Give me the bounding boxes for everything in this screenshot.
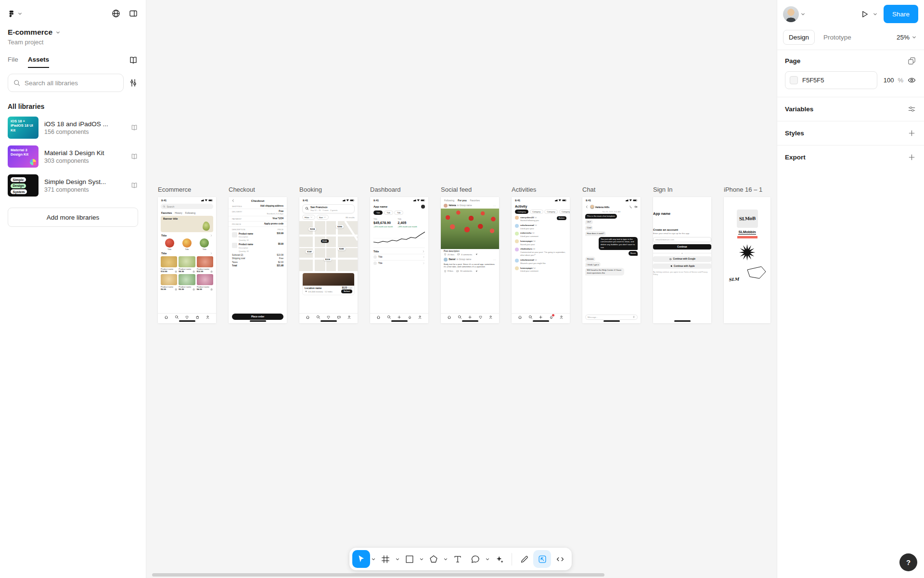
tab-file[interactable]: File <box>8 56 18 68</box>
frame-label[interactable]: Activities <box>512 186 536 193</box>
starburst-shape <box>739 244 756 261</box>
move-tool-menu[interactable] <box>370 550 376 568</box>
chevron-down-icon <box>801 12 805 16</box>
mini-status-bar: 9:41 <box>512 197 570 203</box>
horizontal-scrollbar[interactable] <box>152 573 604 577</box>
frame-label[interactable]: Sign In <box>653 186 672 193</box>
search-field[interactable] <box>8 74 124 92</box>
library-thumbnail: Material 3 Design Kit <box>8 145 38 168</box>
toggle-sidebar-button[interactable] <box>128 9 138 18</box>
right-sidebar: Share Design Prototype 25% Page F5F5F5 1… <box>777 0 924 578</box>
frame-tool-menu[interactable] <box>394 550 400 568</box>
canvas-frame-checkout[interactable]: CheckoutSHIPPINGAdd shipping addressDELI… <box>229 197 287 323</box>
chat-bubble: Cool <box>585 225 593 230</box>
mini-categories: TitleTitleTitle <box>158 238 216 251</box>
zoom-menu[interactable]: 25% <box>897 34 918 41</box>
account-menu[interactable] <box>783 6 805 22</box>
page-opacity-value[interactable]: 100 <box>881 77 894 84</box>
text-tool[interactable] <box>449 550 466 568</box>
present-options-chevron[interactable] <box>873 12 877 16</box>
frame-label[interactable]: iPhone 16 – 1 <box>724 186 762 193</box>
canvas-frame-chat[interactable]: 9:41Helena HillsNov 30, 2023, 9:41 AMThi… <box>582 197 641 323</box>
left-sidebar: E-commerce Team project File Assets All … <box>0 0 146 578</box>
page-color-hex[interactable]: F5F5F5 <box>802 77 824 84</box>
more-icon: ··· <box>493 258 497 261</box>
globe-icon <box>111 9 121 18</box>
shape-tool-menu[interactable] <box>442 550 449 568</box>
heart-icon <box>185 315 189 319</box>
library-item[interactable]: iOS 18 + iPadOS 18 UI Kit iOS 18 and iPa… <box>0 113 146 142</box>
move-tool[interactable] <box>352 550 370 568</box>
tab-design[interactable]: Design <box>783 30 815 45</box>
chev-icon <box>210 252 213 255</box>
library-item[interactable]: Material 3 Design Kit Material 3 Design … <box>0 142 146 171</box>
tab-assets[interactable]: Assets <box>28 56 49 68</box>
community-button[interactable] <box>111 9 121 18</box>
library-type-icon <box>130 124 138 131</box>
bag-icon <box>192 270 195 273</box>
help-button[interactable]: ? <box>899 553 917 571</box>
search-input[interactable] <box>25 79 118 87</box>
more-icon: ··· <box>493 204 497 207</box>
tulip-photo <box>441 209 499 249</box>
rectangle-tool-menu[interactable] <box>418 550 424 568</box>
variables-section[interactable]: Variables <box>785 97 916 121</box>
main-menu-button[interactable] <box>8 10 22 17</box>
canvas-frame-booking[interactable]: 9:41San FranciscoSep 12 – 15 · 1 room · … <box>299 197 358 323</box>
rectangle-tool[interactable] <box>400 550 418 568</box>
plus-icon <box>907 129 916 138</box>
frame-label[interactable]: Checkout <box>229 186 255 193</box>
frame-label[interactable]: Booking <box>299 186 322 193</box>
present-button[interactable] <box>860 9 870 19</box>
product-image <box>161 256 177 267</box>
frame-label[interactable]: Ecommerce <box>158 186 191 193</box>
frame-label[interactable]: Social feed <box>441 186 472 193</box>
cursor-icon <box>356 554 367 565</box>
frame-label[interactable]: Dashboard <box>370 186 401 193</box>
filter-button[interactable] <box>128 78 138 88</box>
canvas-frame-ecommerce[interactable]: 9:41SearchFavoritesHistoryFollowingBanne… <box>158 197 216 323</box>
page-color-field[interactable]: F5F5F5 <box>785 71 877 89</box>
search-icon <box>13 79 21 87</box>
mini-tabs: FavoritesHistoryFollowing <box>158 210 216 215</box>
filter-sliders-icon <box>128 78 138 88</box>
variables-button[interactable] <box>907 105 916 114</box>
draw-tool[interactable] <box>515 550 533 568</box>
page-options-button[interactable] <box>907 56 916 66</box>
play-icon <box>860 9 870 19</box>
canvas-frame-sketch[interactable]: SLMoBSLMobbinSLM <box>724 197 770 323</box>
canvas-frame-activities[interactable]: 9:41ActivityCategoryCategoryCategoryCate… <box>512 197 570 323</box>
comment-tool-menu[interactable] <box>484 550 490 568</box>
user-icon <box>418 315 422 319</box>
frame-tool[interactable] <box>376 550 394 568</box>
dev-mode-toggle[interactable] <box>551 550 569 568</box>
canvas-frame-social[interactable]: FollowingFor youFavoritesHelenain Group … <box>441 197 499 323</box>
actions-tool[interactable] <box>490 550 508 568</box>
page-visibility-toggle[interactable] <box>907 76 916 85</box>
pen-icon <box>428 554 439 565</box>
comment-tool[interactable] <box>466 550 484 568</box>
heart-icon <box>444 253 447 256</box>
category-image <box>165 238 174 248</box>
resources-tool[interactable] <box>533 550 551 568</box>
add-more-libraries-button[interactable]: Add more libraries <box>8 208 138 227</box>
mini-avatar <box>421 205 425 209</box>
share-button[interactable]: Share <box>884 5 918 23</box>
export-label: Export <box>785 154 806 161</box>
frame-label[interactable]: Chat <box>582 186 595 193</box>
export-section[interactable]: Export <box>785 145 916 169</box>
page-color-swatch[interactable] <box>790 76 798 84</box>
library-item[interactable]: SimpleDesignSystem Simple Design Syst...… <box>0 171 146 200</box>
bag-icon <box>175 288 178 291</box>
canvas-frame-dashboard[interactable]: 9:41App nameTabTabTabTitle$45,678.90+20%… <box>370 197 428 323</box>
shape-tool[interactable] <box>424 550 442 568</box>
styles-section[interactable]: Styles <box>785 121 916 145</box>
wifi-icon <box>205 199 208 201</box>
tab-prototype[interactable]: Prototype <box>818 30 857 45</box>
add-export-button[interactable] <box>907 153 916 162</box>
project-switcher[interactable]: E-commerce <box>8 28 138 37</box>
add-style-button[interactable] <box>907 129 916 138</box>
canvas-frame-signin[interactable]: App nameCreate an accountEnter your emai… <box>653 197 711 323</box>
chevron-down-icon <box>396 557 399 561</box>
open-libraries-button[interactable] <box>128 55 138 68</box>
